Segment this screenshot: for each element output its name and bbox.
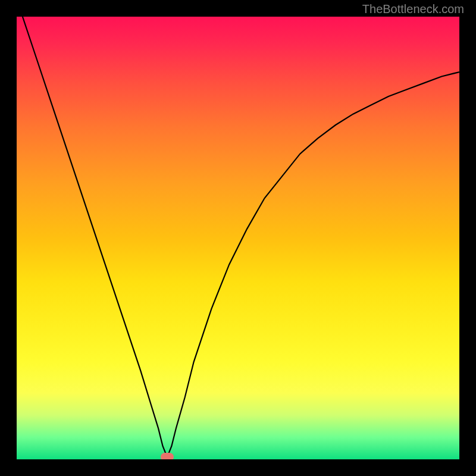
optimal-marker-icon [161, 453, 174, 459]
watermark-text: TheBottleneck.com [362, 2, 464, 16]
bottleneck-curve [17, 17, 459, 459]
plot-area [17, 17, 459, 459]
